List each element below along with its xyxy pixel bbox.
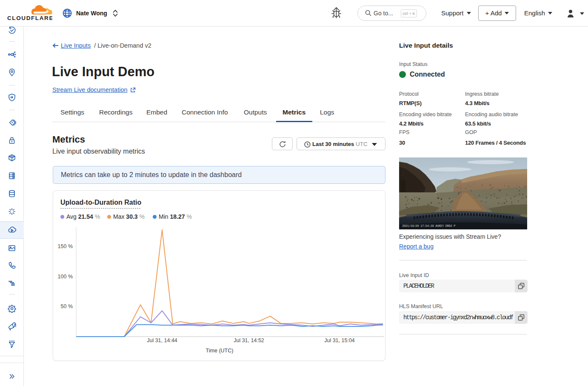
svg-text:CLOUDFLARE: CLOUDFLARE bbox=[7, 15, 52, 21]
svg-text:Jul 31, 14:44: Jul 31, 14:44 bbox=[147, 337, 177, 343]
svg-text:Time (UTC): Time (UTC) bbox=[206, 348, 234, 354]
svg-text:Jul 31, 15:04: Jul 31, 15:04 bbox=[324, 337, 355, 343]
svg-text:50 %: 50 % bbox=[61, 303, 73, 309]
svg-text:Jul 31, 14:52: Jul 31, 14:52 bbox=[234, 337, 264, 343]
svg-text:100 %: 100 % bbox=[58, 274, 73, 280]
svg-text:2021/10/20 17:54:29 AUKEY DR02: 2021/10/20 17:54:29 AUKEY DR02 P bbox=[402, 224, 455, 228]
svg-text:150 %: 150 % bbox=[58, 243, 73, 249]
